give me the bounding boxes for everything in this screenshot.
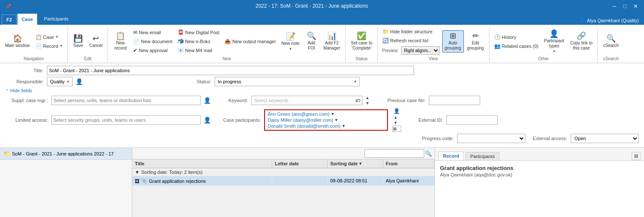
window-pin[interactable]: 📌	[3, 3, 14, 9]
e-boks-icon: 📬	[178, 38, 184, 44]
history-button[interactable]: 🕐 History	[492, 33, 541, 41]
limited-access-person-button[interactable]: 👤	[202, 116, 212, 124]
close-button[interactable]: ✕	[631, 2, 641, 10]
limited-access-group: 👤	[51, 115, 212, 125]
edit-grouping-button[interactable]: ✏ Editgrouping	[465, 30, 487, 53]
new-approval-button[interactable]: ✔ New approval	[131, 46, 174, 55]
ribbon-group-csearch: 🔍 cSearch cSearch	[598, 26, 624, 63]
participants-expand-btn[interactable]: ⊞	[392, 126, 401, 132]
related-cases-button[interactable]: 👥 Related cases (0)	[492, 42, 541, 50]
records-search-input[interactable]	[364, 149, 424, 158]
right-panel-expand-button[interactable]: ⊟	[632, 152, 641, 160]
responsible-person-button[interactable]: 👤	[74, 78, 84, 85]
previous-case-input[interactable]	[429, 96, 480, 105]
case-participants-box: Ann Green (ann@green.com) ▼ Daisy Miller…	[264, 109, 388, 131]
main-window-button[interactable]: 🏠 Main window	[3, 33, 32, 50]
csearch-button[interactable]: 🔍 cSearch	[600, 33, 621, 50]
new-small-stack-1: ✉ New email 📄 New document ✔ New approva…	[131, 28, 174, 55]
title-row: Title:	[5, 66, 639, 75]
new-record-button[interactable]: 📋 Newrecord	[111, 30, 130, 53]
csearch-icon: 🔍	[606, 35, 616, 42]
new-digital-post-button[interactable]: 📮 New Digital Post	[175, 28, 222, 37]
new-m4-mail-button[interactable]: 📧 New M4 mail	[175, 46, 222, 55]
hide-fields-label: Hide fields	[10, 88, 32, 93]
edit-grouping-icon: ✏	[472, 32, 479, 40]
participants-person-button[interactable]: 👤	[392, 108, 401, 114]
participant-types-button[interactable]: 👤 Participanttypes ▼	[542, 28, 567, 55]
table-group-row: ▼ Sorting date: Today: 2 item(s)	[132, 168, 434, 176]
right-tab-record[interactable]: Record	[438, 152, 464, 160]
hide-fields-row[interactable]: ⌃ Hide fields	[5, 88, 639, 93]
group-label: Sorting date: Today: 2 item(s)	[141, 170, 202, 175]
csearch-buttons: 🔍 cSearch	[600, 27, 621, 56]
responsible-label: Responsible:	[5, 79, 44, 84]
row-paperclip-icon: 📎	[141, 178, 147, 184]
history-icon: 🕐	[494, 34, 501, 40]
refresh-record-list-button[interactable]: 🔄 Refresh record list	[380, 36, 441, 45]
participant-types-arrow: ▼	[552, 50, 556, 53]
participants-scroll-up[interactable]: ▲	[392, 114, 399, 120]
csearch-label: cSearch	[603, 56, 619, 61]
left-panel-item-label: SoM - Grant - 2021 - June applications 2…	[12, 151, 114, 156]
case-icon: 📋	[35, 34, 42, 40]
ribbon-group-view: 📁 Hide folder structure 🔄 Refresh record…	[378, 26, 489, 63]
minimize-button[interactable]: ─	[610, 2, 619, 10]
col-title: Title	[132, 159, 272, 168]
new-document-button[interactable]: 📄 New document	[131, 37, 174, 46]
window-title: 2022 - 17: SoM - Grant - 2021 - June app…	[14, 3, 610, 9]
row-image-icon: 🖼	[135, 179, 140, 184]
case-button[interactable]: 📋 Case ▼	[33, 33, 65, 41]
row-letter-date-cell	[272, 176, 328, 185]
auto-grouping-button[interactable]: ⊞ Autogrouping	[442, 30, 464, 53]
participant-1-arrow[interactable]: ▼	[331, 112, 335, 116]
new-e-boks-button[interactable]: 📬 New e-Boks	[175, 37, 222, 46]
external-access-select[interactable]: Open	[571, 134, 639, 143]
external-id-input[interactable]	[446, 115, 498, 125]
progress-code-select[interactable]	[457, 134, 525, 143]
table-row[interactable]: 🖼 📎 Grant application rejections 09-08-2…	[132, 176, 434, 186]
suppl-person-button[interactable]: 👤	[202, 97, 212, 104]
cancel-button[interactable]: ↩ Cancel	[87, 33, 105, 50]
responsible-value: Quality	[50, 79, 64, 84]
tab-case[interactable]: Case	[17, 14, 37, 25]
keyword-scroll-up[interactable]: ▲	[364, 95, 371, 100]
add-foi-button[interactable]: 🔍 AddFOI	[303, 30, 320, 53]
participant-2: Daisy Miller (daisy@miller.com)	[268, 117, 333, 123]
new-note-button[interactable]: 📝 New note ▼	[279, 31, 302, 53]
tab-f2[interactable]: F2	[2, 15, 17, 25]
tab-participants[interactable]: Participants	[38, 15, 74, 25]
maximize-button[interactable]: □	[621, 2, 629, 10]
hide-folder-button[interactable]: 📁 Hide folder structure	[380, 27, 441, 36]
new-buttons: 📋 Newrecord ✉ New email 📄 New document ✔…	[111, 27, 343, 56]
right-panel-record-subtitle: Alya Qaimkhani (aqa@doc.gov.uk)	[440, 172, 639, 177]
external-id-label: External ID:	[409, 117, 443, 123]
sort-icon[interactable]: ▼	[358, 161, 362, 166]
limited-access-input[interactable]	[51, 115, 201, 125]
keyword-dropdown[interactable]: Select keywords 🏷	[251, 96, 362, 105]
center-panel: 🔍 Title Letter date Sorting date ▼ From …	[132, 148, 435, 217]
preview-label: Preview:	[382, 48, 398, 53]
suppl-label: Suppl. case mgr.:	[5, 98, 48, 103]
tab-bar: F2 Case Participants 👤 Alya Qaimkhani (Q…	[0, 12, 644, 25]
responsible-dropdown[interactable]: Quality ▼	[47, 77, 73, 86]
set-case-complete-button[interactable]: ✅ Set case to'Complete'	[348, 30, 375, 53]
add-f2-manager-button[interactable]: 📊 Add F2Manager	[321, 30, 343, 53]
new-output-manager-button[interactable]: 📤 New output manager	[222, 37, 278, 46]
keyword-label: Keyword:	[218, 98, 248, 103]
right-tab-participants[interactable]: Participants	[466, 152, 499, 160]
record-button[interactable]: 📄 Record ▼	[33, 42, 65, 50]
keyword-scroll-down[interactable]: ▼	[364, 100, 371, 106]
save-button[interactable]: 💾 Save	[70, 33, 86, 50]
participant-2-arrow[interactable]: ▼	[335, 118, 338, 122]
title-input[interactable]	[47, 66, 414, 75]
participants-scroll-down[interactable]: ▼	[392, 120, 399, 126]
new-email-button[interactable]: ✉ New email	[131, 28, 174, 37]
participant-3: Donald Smith (donald@smith.com)	[268, 123, 341, 129]
group-chevron-icon[interactable]: ▼	[135, 170, 140, 175]
keyword-tag-icon: 🏷	[356, 98, 360, 103]
copy-link-button[interactable]: 🔗 Copy link tothis case	[568, 30, 595, 53]
status-dropdown[interactable]: In progress ▼	[215, 77, 360, 86]
preview-select[interactable]: Right alignm...	[401, 46, 440, 55]
suppl-input[interactable]	[51, 96, 201, 105]
participant-3-arrow[interactable]: ▼	[342, 124, 346, 128]
